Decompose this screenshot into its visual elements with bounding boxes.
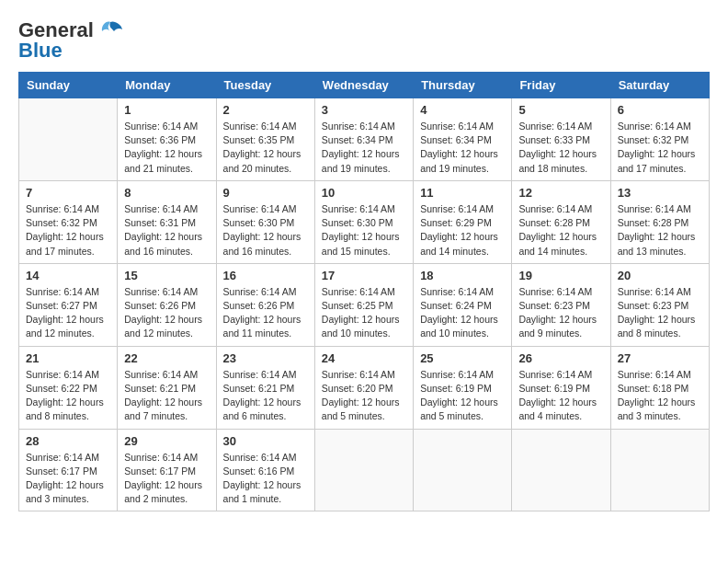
- day-number: 10: [322, 186, 406, 200]
- day-cell-8: 8Sunrise: 6:14 AM Sunset: 6:31 PM Daylig…: [118, 180, 216, 263]
- day-cell-19: 19Sunrise: 6:14 AM Sunset: 6:23 PM Dayli…: [512, 263, 610, 346]
- weekday-header-saturday: Saturday: [610, 73, 709, 98]
- page-header: General Blue: [18, 18, 710, 63]
- week-row-5: 28Sunrise: 6:14 AM Sunset: 6:17 PM Dayli…: [19, 429, 710, 511]
- day-info: Sunrise: 6:14 AM Sunset: 6:36 PM Dayligh…: [124, 120, 209, 176]
- weekday-header-row: SundayMondayTuesdayWednesdayThursdayFrid…: [19, 73, 710, 98]
- day-cell-2: 2Sunrise: 6:14 AM Sunset: 6:35 PM Daylig…: [216, 98, 314, 181]
- day-info: Sunrise: 6:14 AM Sunset: 6:30 PM Dayligh…: [223, 202, 308, 259]
- day-number: 4: [420, 103, 505, 117]
- day-cell-12: 12Sunrise: 6:14 AM Sunset: 6:28 PM Dayli…: [512, 180, 610, 263]
- day-number: 1: [124, 103, 209, 117]
- day-info: Sunrise: 6:14 AM Sunset: 6:23 PM Dayligh…: [618, 285, 702, 341]
- day-number: 28: [26, 434, 110, 448]
- day-number: 30: [223, 434, 308, 448]
- weekday-header-friday: Friday: [512, 73, 610, 98]
- weekday-header-thursday: Thursday: [414, 73, 512, 98]
- day-cell-27: 27Sunrise: 6:14 AM Sunset: 6:18 PM Dayli…: [610, 346, 709, 429]
- empty-cell: [610, 429, 709, 511]
- day-cell-11: 11Sunrise: 6:14 AM Sunset: 6:29 PM Dayli…: [414, 180, 512, 263]
- day-number: 23: [223, 351, 308, 365]
- empty-cell: [314, 429, 413, 511]
- logo: General Blue: [18, 18, 123, 63]
- empty-cell: [19, 98, 118, 181]
- day-cell-5: 5Sunrise: 6:14 AM Sunset: 6:33 PM Daylig…: [512, 98, 610, 181]
- logo-blue-text: Blue: [18, 39, 63, 63]
- week-row-3: 14Sunrise: 6:14 AM Sunset: 6:27 PM Dayli…: [19, 263, 710, 346]
- day-info: Sunrise: 6:14 AM Sunset: 6:25 PM Dayligh…: [322, 285, 406, 341]
- day-number: 8: [124, 186, 209, 200]
- day-cell-1: 1Sunrise: 6:14 AM Sunset: 6:36 PM Daylig…: [118, 98, 216, 181]
- day-cell-4: 4Sunrise: 6:14 AM Sunset: 6:34 PM Daylig…: [414, 98, 512, 181]
- day-number: 3: [322, 103, 406, 117]
- day-info: Sunrise: 6:14 AM Sunset: 6:24 PM Dayligh…: [420, 285, 505, 341]
- empty-cell: [414, 429, 512, 511]
- day-cell-28: 28Sunrise: 6:14 AM Sunset: 6:17 PM Dayli…: [19, 429, 118, 511]
- day-number: 27: [618, 351, 702, 365]
- week-row-2: 7Sunrise: 6:14 AM Sunset: 6:32 PM Daylig…: [19, 180, 710, 263]
- week-row-1: 1Sunrise: 6:14 AM Sunset: 6:36 PM Daylig…: [19, 98, 710, 181]
- day-info: Sunrise: 6:14 AM Sunset: 6:29 PM Dayligh…: [420, 202, 505, 259]
- day-cell-16: 16Sunrise: 6:14 AM Sunset: 6:26 PM Dayli…: [216, 263, 314, 346]
- day-number: 7: [26, 186, 110, 200]
- day-number: 16: [223, 269, 308, 282]
- day-info: Sunrise: 6:14 AM Sunset: 6:20 PM Dayligh…: [322, 368, 406, 424]
- day-info: Sunrise: 6:14 AM Sunset: 6:28 PM Dayligh…: [518, 202, 603, 259]
- day-info: Sunrise: 6:14 AM Sunset: 6:23 PM Dayligh…: [518, 285, 603, 341]
- day-info: Sunrise: 6:14 AM Sunset: 6:17 PM Dayligh…: [26, 451, 110, 507]
- day-info: Sunrise: 6:14 AM Sunset: 6:30 PM Dayligh…: [322, 202, 406, 259]
- day-number: 21: [26, 351, 110, 365]
- day-info: Sunrise: 6:14 AM Sunset: 6:21 PM Dayligh…: [124, 368, 209, 424]
- day-cell-7: 7Sunrise: 6:14 AM Sunset: 6:32 PM Daylig…: [19, 180, 118, 263]
- day-cell-30: 30Sunrise: 6:14 AM Sunset: 6:16 PM Dayli…: [216, 429, 314, 511]
- day-number: 15: [124, 269, 209, 282]
- day-info: Sunrise: 6:14 AM Sunset: 6:31 PM Dayligh…: [124, 202, 209, 259]
- day-info: Sunrise: 6:14 AM Sunset: 6:22 PM Dayligh…: [26, 368, 110, 424]
- day-number: 13: [618, 186, 702, 200]
- day-number: 25: [420, 351, 505, 365]
- day-cell-23: 23Sunrise: 6:14 AM Sunset: 6:21 PM Dayli…: [216, 346, 314, 429]
- day-number: 20: [618, 269, 702, 282]
- weekday-header-monday: Monday: [118, 73, 216, 98]
- day-cell-22: 22Sunrise: 6:14 AM Sunset: 6:21 PM Dayli…: [118, 346, 216, 429]
- day-info: Sunrise: 6:14 AM Sunset: 6:18 PM Dayligh…: [618, 368, 702, 424]
- day-cell-18: 18Sunrise: 6:14 AM Sunset: 6:24 PM Dayli…: [414, 263, 512, 346]
- day-info: Sunrise: 6:14 AM Sunset: 6:19 PM Dayligh…: [518, 368, 603, 424]
- day-cell-3: 3Sunrise: 6:14 AM Sunset: 6:34 PM Daylig…: [314, 98, 413, 181]
- calendar-table: SundayMondayTuesdayWednesdayThursdayFrid…: [18, 72, 710, 511]
- day-info: Sunrise: 6:14 AM Sunset: 6:35 PM Dayligh…: [223, 120, 308, 176]
- day-cell-14: 14Sunrise: 6:14 AM Sunset: 6:27 PM Dayli…: [19, 263, 118, 346]
- day-info: Sunrise: 6:14 AM Sunset: 6:34 PM Dayligh…: [322, 120, 406, 176]
- day-info: Sunrise: 6:14 AM Sunset: 6:16 PM Dayligh…: [223, 451, 308, 507]
- day-number: 6: [618, 103, 702, 117]
- day-number: 5: [518, 103, 603, 117]
- day-number: 2: [223, 103, 308, 117]
- empty-cell: [512, 429, 610, 511]
- day-info: Sunrise: 6:14 AM Sunset: 6:26 PM Dayligh…: [223, 285, 308, 341]
- day-cell-24: 24Sunrise: 6:14 AM Sunset: 6:20 PM Dayli…: [314, 346, 413, 429]
- day-info: Sunrise: 6:14 AM Sunset: 6:32 PM Dayligh…: [26, 202, 110, 259]
- day-cell-29: 29Sunrise: 6:14 AM Sunset: 6:17 PM Dayli…: [118, 429, 216, 511]
- day-cell-13: 13Sunrise: 6:14 AM Sunset: 6:28 PM Dayli…: [610, 180, 709, 263]
- logo-bird-icon: [97, 20, 123, 40]
- day-cell-10: 10Sunrise: 6:14 AM Sunset: 6:30 PM Dayli…: [314, 180, 413, 263]
- day-info: Sunrise: 6:14 AM Sunset: 6:17 PM Dayligh…: [124, 451, 209, 507]
- day-info: Sunrise: 6:14 AM Sunset: 6:34 PM Dayligh…: [420, 120, 505, 176]
- day-cell-15: 15Sunrise: 6:14 AM Sunset: 6:26 PM Dayli…: [118, 263, 216, 346]
- day-number: 17: [322, 269, 406, 282]
- weekday-header-tuesday: Tuesday: [216, 73, 314, 98]
- day-cell-6: 6Sunrise: 6:14 AM Sunset: 6:32 PM Daylig…: [610, 98, 709, 181]
- day-number: 18: [420, 269, 505, 282]
- day-info: Sunrise: 6:14 AM Sunset: 6:21 PM Dayligh…: [223, 368, 308, 424]
- day-info: Sunrise: 6:14 AM Sunset: 6:33 PM Dayligh…: [518, 120, 603, 176]
- weekday-header-wednesday: Wednesday: [314, 73, 413, 98]
- day-info: Sunrise: 6:14 AM Sunset: 6:27 PM Dayligh…: [26, 285, 110, 341]
- weekday-header-sunday: Sunday: [19, 73, 118, 98]
- day-number: 12: [518, 186, 603, 200]
- day-number: 9: [223, 186, 308, 200]
- day-cell-26: 26Sunrise: 6:14 AM Sunset: 6:19 PM Dayli…: [512, 346, 610, 429]
- day-cell-17: 17Sunrise: 6:14 AM Sunset: 6:25 PM Dayli…: [314, 263, 413, 346]
- day-number: 11: [420, 186, 505, 200]
- day-info: Sunrise: 6:14 AM Sunset: 6:19 PM Dayligh…: [420, 368, 505, 424]
- day-info: Sunrise: 6:14 AM Sunset: 6:32 PM Dayligh…: [618, 120, 702, 176]
